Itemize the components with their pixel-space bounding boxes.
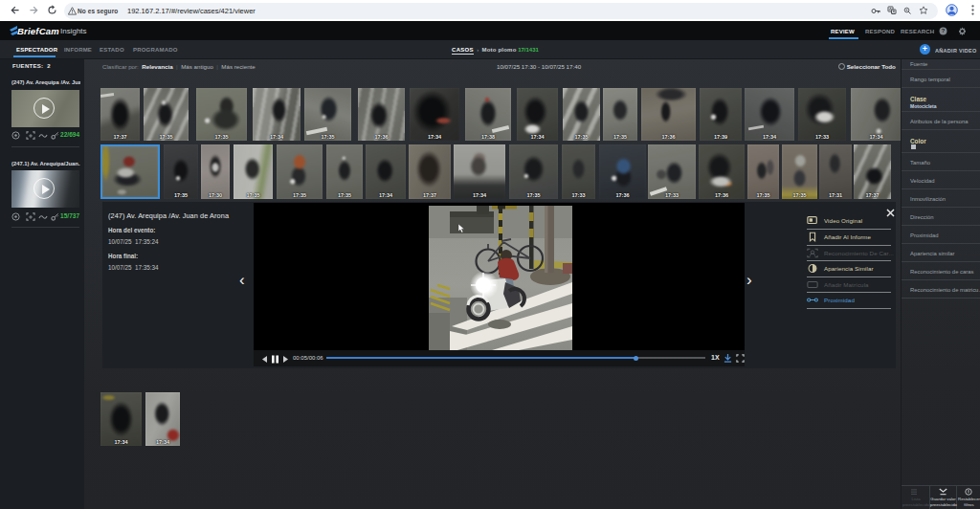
svg-text:?: ? — [942, 28, 946, 33]
